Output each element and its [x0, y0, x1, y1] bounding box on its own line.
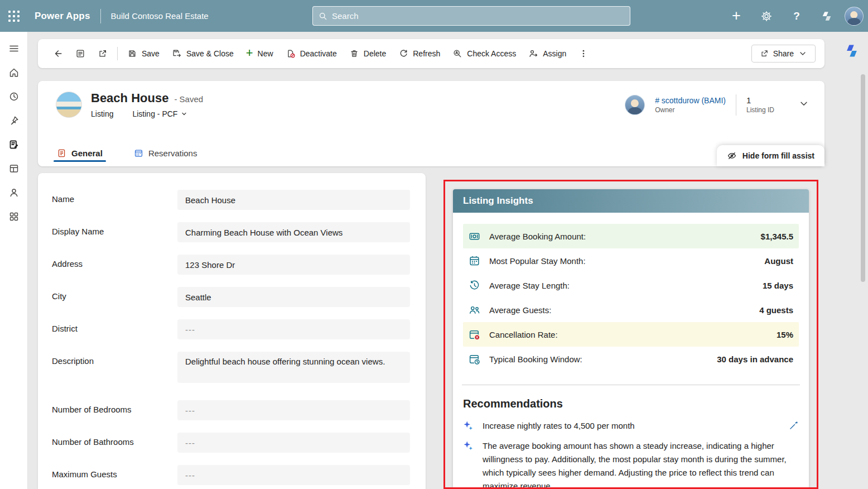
rail-apps-button[interactable] — [0, 204, 28, 228]
search-box[interactable] — [312, 6, 630, 26]
refresh-button[interactable]: Refresh — [392, 44, 446, 64]
recommendation-text: Increase nightly rates to 4,500 per mont… — [483, 419, 782, 433]
scrollbar-thumb[interactable] — [861, 74, 865, 282]
main-form: NameBeach HouseDisplay NameCharming Beac… — [38, 173, 426, 489]
field-input[interactable]: --- — [177, 465, 410, 485]
metric-value: $1,345.5 — [761, 232, 793, 241]
copilot-icon — [844, 43, 860, 59]
metric-label: Average Booking Amount: — [489, 232, 586, 241]
deactivate-button[interactable]: Deactivate — [279, 44, 343, 64]
show-list-button[interactable] — [69, 44, 91, 64]
share-icon — [760, 49, 769, 58]
settings-button[interactable] — [754, 4, 779, 28]
sparkle-icon — [463, 420, 474, 432]
recommendation-item: Increase nightly rates to 4,500 per mont… — [463, 419, 799, 433]
account-avatar[interactable] — [845, 7, 864, 26]
field-row: NameBeach House — [52, 190, 410, 210]
edit-wand-icon[interactable] — [789, 420, 799, 433]
sparkle-icon — [463, 440, 474, 452]
sitemap-toggle-button[interactable] — [0, 36, 28, 60]
back-arrow-icon — [53, 49, 63, 59]
app-launcher-button[interactable] — [0, 0, 28, 32]
eye-off-sparkle-icon — [727, 151, 737, 161]
deactivate-icon — [286, 49, 296, 59]
form-tabs: General Reservations — [56, 148, 198, 166]
assign-button[interactable]: Assign — [522, 44, 572, 64]
chevron-down-icon — [798, 49, 807, 58]
rail-recent-button[interactable] — [0, 84, 28, 108]
recommendation-item: The average booking amount has shown a s… — [463, 439, 799, 489]
assign-label: Assign — [543, 49, 566, 58]
save-button[interactable]: Save — [121, 44, 166, 64]
insights-header: Listing Insights — [453, 189, 809, 213]
field-row: Address123 Shore Dr — [52, 255, 410, 275]
owner-avatar[interactable] — [625, 95, 645, 115]
share-button[interactable]: Share — [751, 45, 816, 63]
field-row: DescriptionDelightful beach house offeri… — [52, 352, 410, 383]
metric-row: Most Popular Stay Month:August — [463, 248, 799, 273]
field-input[interactable]: Charming Beach House with Ocean Views — [177, 222, 410, 242]
refresh-label: Refresh — [413, 49, 440, 58]
chevron-down-icon — [181, 111, 187, 117]
rail-users-button[interactable] — [0, 180, 28, 204]
general-tab-icon — [57, 148, 66, 158]
calendar-clock-icon — [469, 353, 482, 365]
refresh-icon — [398, 49, 408, 59]
top-app-bar: Power Apps Build Contoso Real Estate + ? — [0, 0, 868, 32]
popout-button[interactable] — [91, 44, 114, 64]
field-label: Number of Bedrooms — [52, 400, 177, 420]
app-name[interactable]: Power Apps — [35, 11, 90, 22]
collapse-header-button[interactable] — [799, 99, 809, 111]
metric-value: 4 guests — [759, 305, 793, 315]
metric-value: 15 days — [763, 281, 793, 290]
tab-general-label: General — [71, 148, 103, 158]
field-input[interactable]: Beach House — [177, 190, 410, 210]
form-fields: NameBeach HouseDisplay NameCharming Beac… — [52, 190, 410, 485]
rail-home-button[interactable] — [0, 60, 28, 84]
delete-button[interactable]: Delete — [343, 44, 392, 64]
tab-reservations[interactable]: Reservations — [133, 148, 199, 166]
record-header-card: Beach House - Saved Listing Listing - PC… — [38, 81, 824, 166]
field-input[interactable]: 123 Shore Dr — [177, 255, 410, 275]
money-icon — [469, 230, 482, 242]
environment-name[interactable]: Build Contoso Real Estate — [111, 11, 209, 21]
record-image[interactable] — [56, 92, 82, 118]
tab-reservations-label: Reservations — [148, 148, 197, 158]
save-label: Save — [142, 49, 160, 58]
tab-general[interactable]: General — [56, 148, 104, 166]
metric-label: Average Guests: — [489, 305, 551, 315]
record-status: - Saved — [174, 94, 203, 104]
rail-pinned-button[interactable] — [0, 108, 28, 132]
help-button[interactable]: ? — [784, 4, 809, 28]
chevron-down-icon — [799, 99, 809, 109]
search-input[interactable] — [332, 11, 624, 21]
hide-form-fill-assist-button[interactable]: Hide form fill assist — [717, 145, 824, 166]
copilot-button[interactable] — [814, 4, 839, 28]
rail-forms-button[interactable] — [0, 132, 28, 156]
rail-tables-button[interactable] — [0, 156, 28, 180]
metric-label: Typical Booking Window: — [489, 354, 582, 364]
form-edit-icon — [8, 139, 20, 150]
field-input[interactable]: Delightful beach house offering stunning… — [177, 352, 410, 383]
copilot-side-button[interactable] — [841, 40, 862, 61]
copilot-icon — [821, 10, 833, 22]
new-button[interactable]: + New — [240, 44, 279, 64]
new-plus-icon: + — [246, 47, 253, 59]
check-access-button[interactable]: Check Access — [446, 44, 522, 64]
field-input[interactable]: Seattle — [177, 287, 410, 307]
history-icon — [469, 279, 482, 291]
check-access-label: Check Access — [467, 49, 516, 58]
metric-row: Cancellation Rate:15% — [463, 322, 799, 347]
field-input[interactable]: --- — [177, 319, 410, 339]
owner-name-link[interactable]: # scottdurow (BAMI) — [655, 96, 726, 105]
field-input[interactable]: --- — [177, 433, 410, 453]
entity-name: Listing — [91, 109, 113, 118]
back-button[interactable] — [47, 44, 69, 64]
apps-grid-icon — [8, 211, 20, 222]
save-and-close-button[interactable]: Save & Close — [166, 44, 240, 64]
ellipsis-vertical-icon — [578, 49, 589, 59]
form-selector[interactable]: Listing - PCF — [132, 109, 187, 118]
more-commands-button[interactable] — [572, 44, 595, 64]
field-input[interactable]: --- — [177, 400, 410, 420]
quick-create-button[interactable]: + — [724, 4, 749, 28]
